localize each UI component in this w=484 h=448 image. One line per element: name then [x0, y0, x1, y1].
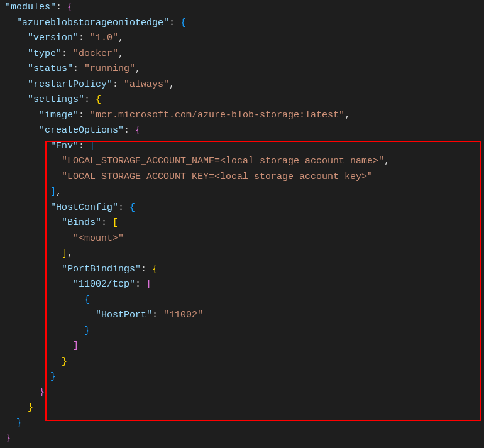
code-line: } [0, 369, 484, 385]
code-line: "HostPort": "11002" [0, 308, 484, 324]
json-key: "11002/tcp" [73, 279, 135, 290]
code-line: "image": "mcr.microsoft.com/azure-blob-s… [0, 108, 484, 124]
code-line: "Env": [ [0, 139, 484, 155]
json-key: "azureblobstorageoniotedge" [16, 18, 169, 28]
code-line: ], [0, 246, 484, 262]
json-string: "LOCAL_STORAGE_ACCOUNT_KEY=<local storag… [62, 172, 373, 182]
json-key: "settings" [28, 94, 84, 105]
code-line: "Binds": [ [0, 216, 484, 231]
json-key: "status" [28, 63, 73, 74]
code-line: "version": "1.0", [0, 31, 484, 46]
code-line: "restartPolicy": "always", [0, 77, 484, 93]
code-line: "LOCAL_STORAGE_ACCOUNT_KEY=<local storag… [0, 170, 484, 185]
code-line: ] [0, 339, 484, 354]
code-line: "<mount>" [0, 231, 484, 247]
json-string: "always" [124, 79, 169, 90]
code-line: "status": "running", [0, 62, 484, 77]
json-key: "version" [28, 33, 79, 43]
json-key: "Env" [50, 141, 79, 151]
code-line: } [0, 400, 484, 416]
json-key: "createOptions" [39, 125, 124, 136]
code-line: ], [0, 185, 484, 200]
json-key: "modules" [5, 2, 56, 13]
code-line: } [0, 324, 484, 339]
code-line: "azureblobstorageoniotedge": { [0, 16, 484, 31]
code-line: } [0, 385, 484, 401]
code-line: "HostConfig": { [0, 200, 484, 216]
json-key: "PortBindings" [62, 264, 141, 275]
code-line: "settings": { [0, 92, 484, 108]
json-key: "HostPort" [96, 310, 152, 320]
code-line: "PortBindings": { [0, 262, 484, 278]
json-key: "restartPolicy" [28, 79, 113, 90]
json-key: "type" [28, 48, 62, 59]
json-key: "image" [39, 110, 79, 121]
code-line: "11002/tcp": [ [0, 277, 484, 293]
json-key: "HostConfig" [50, 202, 118, 213]
code-line: "modules": { [0, 0, 484, 16]
code-line: "type": "docker", [0, 46, 484, 62]
json-string: "running" [84, 63, 135, 74]
json-string: "docker" [73, 48, 118, 59]
json-string: "<mount>" [73, 233, 124, 244]
code-line: { [0, 293, 484, 309]
json-string: "mcr.microsoft.com/azure-blob-storage:la… [90, 110, 344, 121]
json-string: "11002" [163, 310, 203, 320]
json-string: "LOCAL_STORAGE_ACCOUNT_NAME=<local stora… [62, 156, 384, 167]
code-editor[interactable]: "modules": { "azureblobstorageoniotedge"… [0, 0, 484, 448]
code-line: } [0, 416, 484, 432]
code-line: "createOptions": { [0, 123, 484, 139]
json-key: "Binds" [62, 217, 101, 228]
code-line: "LOCAL_STORAGE_ACCOUNT_NAME=<local stora… [0, 154, 484, 170]
code-line: } [0, 354, 484, 370]
code-line: } [0, 431, 484, 447]
json-string: "1.0" [90, 33, 118, 43]
